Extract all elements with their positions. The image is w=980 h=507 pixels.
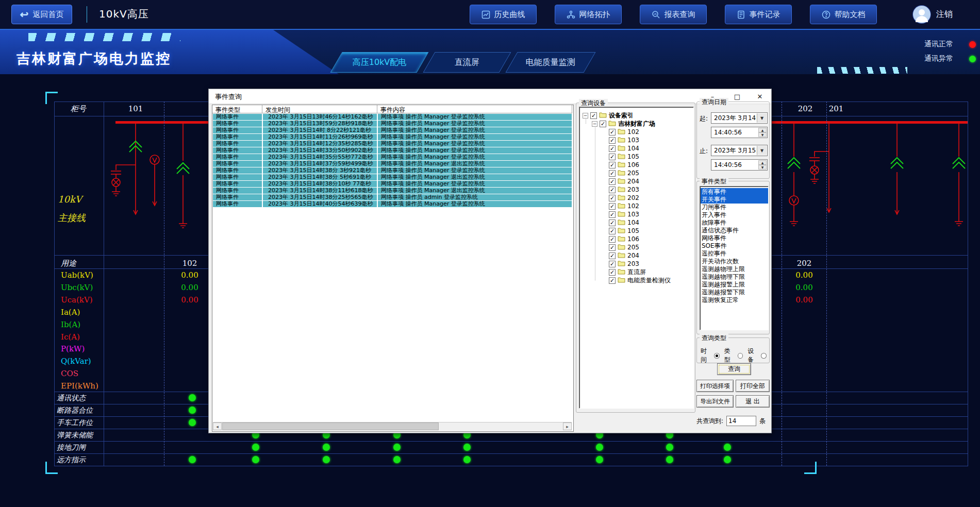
tree-item[interactable]: ✓202 (601, 194, 639, 202)
event-row-cell[interactable]: 2023年 3月15日14时 8分22秒121毫秒 (263, 127, 377, 133)
checkbox-checked-icon[interactable]: ✓ (609, 244, 616, 251)
radio-unchecked-icon[interactable] (761, 353, 767, 359)
nav-network-topology-button[interactable]: 网络拓扑 (555, 5, 622, 24)
nav-report-search-button[interactable]: 报表查询 (640, 5, 707, 24)
checkbox-checked-icon[interactable]: ✓ (609, 170, 616, 177)
event-row-cell[interactable]: 网络事项 操作员 Manager 登录监控系统 (378, 141, 572, 147)
tree-item[interactable]: ✓104 (601, 218, 639, 227)
tree-item[interactable]: ✓205 (601, 243, 639, 251)
event-type-option[interactable]: 开关事件 (701, 196, 768, 204)
export-button[interactable]: 导出到文件 (696, 395, 734, 408)
logout-link[interactable]: 注销 (936, 9, 953, 20)
spin-down-icon[interactable]: ▼ (758, 165, 767, 170)
event-row-cell[interactable]: 2023年 3月15日14时38分 3秒921毫秒 (263, 167, 377, 174)
radio-checked-icon[interactable] (714, 353, 720, 359)
exit-button[interactable]: 退 出 (736, 395, 770, 408)
tree-item[interactable]: ✓204 (601, 251, 639, 260)
checkbox-checked-icon[interactable]: ✓ (609, 236, 616, 243)
tree-item[interactable]: ✓105 (601, 227, 639, 235)
event-type-option[interactable]: 网络事件 (701, 234, 768, 242)
event-type-option[interactable]: SOE事件 (701, 242, 768, 250)
close-icon[interactable]: ✕ (751, 91, 769, 102)
event-row-cell[interactable]: 2023年 3月15日14时38分 5秒691毫秒 (263, 174, 377, 180)
tree-item[interactable]: −✓吉林财富广场 (592, 120, 655, 128)
event-row-cell[interactable]: 网络事件 (213, 141, 262, 147)
chevron-down-icon[interactable]: ▼ (757, 146, 767, 155)
event-row-cell[interactable]: 2023年 3月15日14时38分11秒618毫秒 (263, 188, 377, 194)
tree-item[interactable]: −✓设备索引 (583, 111, 634, 120)
tree-item[interactable]: ✓102 (601, 202, 639, 210)
to-date-combobox[interactable]: 2023年 3月15日▼ (711, 145, 768, 156)
event-row-cell[interactable]: 网络事项 操作员 Manager 登录监控系统 (378, 127, 572, 133)
event-row-cell[interactable]: 网络事项 操作员 Manager 退出监控系统 (378, 174, 572, 180)
event-row-cell[interactable]: 网络事件 (213, 181, 262, 187)
tree-item[interactable]: ✓106 (601, 161, 639, 169)
back-home-button[interactable]: ↩ 返回首页 (11, 5, 72, 24)
query-button[interactable]: 查询 (717, 363, 751, 375)
spin-up-icon[interactable]: ▲ (758, 128, 767, 132)
tab-直流屏[interactable]: 直流屏 (423, 52, 511, 73)
checkbox-checked-icon[interactable]: ✓ (609, 187, 616, 193)
event-row-cell[interactable]: 网络事项 操作员 Manager 登录监控系统 (378, 121, 572, 127)
event-row-cell[interactable]: 网络事项 操作员 admin 登录监控系统 (378, 194, 572, 200)
event-row-cell[interactable]: 网络事件 (213, 201, 262, 207)
event-row-cell[interactable]: 网络事件 (213, 114, 262, 120)
checkbox-checked-icon[interactable]: ✓ (609, 211, 616, 218)
event-row-cell[interactable]: 网络事件 (213, 194, 262, 200)
event-row-cell[interactable]: 网络事件 (213, 154, 262, 160)
radio-unchecked-icon[interactable] (738, 353, 743, 359)
to-time-spinner[interactable]: 14:40:56 ▲▼ (711, 159, 768, 171)
event-type-option[interactable]: 开关动作次数 (701, 258, 768, 265)
result-count-field[interactable]: 14 (726, 416, 756, 426)
checkbox-checked-icon[interactable]: ✓ (609, 261, 616, 267)
event-type-option[interactable]: 故障事件 (701, 219, 768, 227)
event-row-cell[interactable]: 网络事项 操作员 Manager 登录监控系统 (378, 154, 572, 160)
event-type-option[interactable]: 遥控事件 (701, 250, 768, 258)
checkbox-checked-icon[interactable]: ✓ (609, 162, 616, 168)
print-selected-button[interactable]: 打印选择项 (696, 380, 734, 392)
event-column-header[interactable]: 事件类型 (212, 105, 262, 113)
checkbox-checked-icon[interactable]: ✓ (609, 203, 616, 210)
event-row-cell[interactable]: 网络事件 (213, 167, 262, 174)
event-row-cell[interactable]: 网络事项 操作员 Manager 登录监控系统 (378, 167, 572, 174)
event-row-cell[interactable]: 网络事项 操作员 Manager 登录监控系统 (378, 201, 572, 207)
checkbox-checked-icon[interactable]: ✓ (590, 112, 597, 119)
checkbox-checked-icon[interactable]: ✓ (609, 252, 616, 259)
event-column-header[interactable]: 事件内容 (377, 105, 572, 113)
checkbox-checked-icon[interactable]: ✓ (609, 195, 616, 201)
scrollbar-thumb[interactable] (222, 422, 439, 430)
event-type-option[interactable]: 所有事件 (701, 188, 768, 196)
tree-expander-icon[interactable]: − (583, 113, 588, 119)
event-type-option[interactable]: 遥测越报警下限 (701, 289, 768, 296)
horizontal-scrollbar[interactable]: ◂ ▸ (213, 422, 572, 431)
nav-history-curve-button[interactable]: 历史曲线 (470, 5, 537, 24)
checkbox-checked-icon[interactable]: ✓ (609, 277, 616, 284)
event-type-option[interactable]: 遥测恢复正常 (701, 296, 768, 304)
event-row-cell[interactable]: 2023年 3月15日14时37分59秒499毫秒 (263, 161, 377, 167)
tree-item[interactable]: ✓203 (601, 260, 639, 268)
checkbox-checked-icon[interactable]: ✓ (609, 145, 616, 152)
from-date-combobox[interactable]: 2023年 3月14日▼ (711, 112, 768, 124)
query-type-option[interactable]: 类型 (724, 347, 743, 364)
tree-item[interactable]: ✓电能质量检测仪 (601, 276, 671, 284)
event-row-cell[interactable]: 网络事件 (213, 174, 262, 180)
tree-item[interactable]: ✓106 (601, 235, 639, 243)
event-row-cell[interactable]: 网络事项 操作员 Manager 登录监控系统 (378, 134, 572, 140)
event-row-cell[interactable]: 2023年 3月15日14时35分55秒772毫秒 (263, 154, 377, 160)
event-type-option[interactable]: 刀闸事件 (701, 204, 768, 211)
tree-item[interactable]: ✓直流屏 (601, 268, 646, 276)
checkbox-checked-icon[interactable]: ✓ (600, 121, 606, 127)
event-row-cell[interactable]: 网络事项 操作员 Manager 退出监控系统 (378, 188, 572, 194)
event-row-cell[interactable]: 网络事件 (213, 121, 262, 127)
checkbox-checked-icon[interactable]: ✓ (609, 269, 616, 276)
event-type-option[interactable]: 遥测越物理上限 (701, 265, 768, 273)
checkbox-checked-icon[interactable]: ✓ (609, 219, 616, 226)
event-row-cell[interactable]: 网络事项 操作员 Manager 退出监控系统 (378, 161, 572, 167)
scroll-right-icon[interactable]: ▸ (563, 422, 572, 430)
event-type-option[interactable]: 遥测越报警上限 (701, 281, 768, 289)
avatar[interactable] (912, 5, 931, 24)
event-row-cell[interactable]: 网络事件 (213, 161, 262, 167)
chevron-down-icon[interactable]: ▼ (757, 113, 767, 123)
nav-help-doc-button[interactable]: 帮助文档 (810, 5, 877, 24)
tree-item[interactable]: ✓203 (601, 185, 639, 194)
